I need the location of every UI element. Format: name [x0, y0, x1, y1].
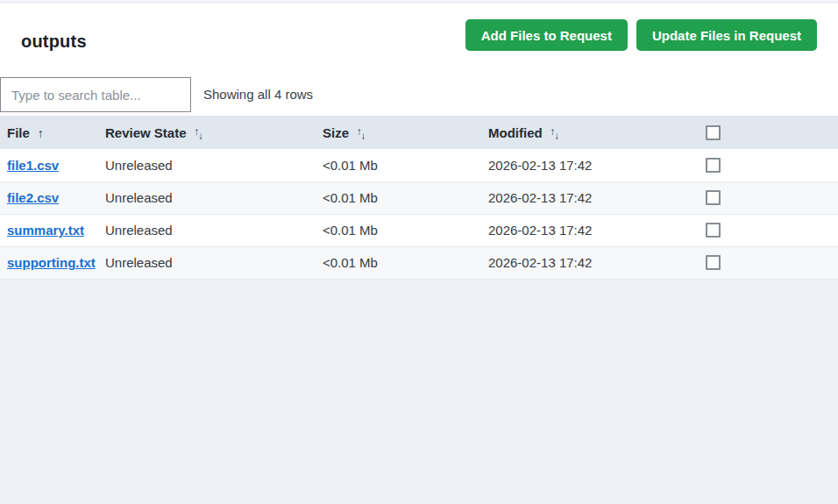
- modified-cell: 2026-02-13 17:42: [481, 246, 699, 279]
- column-header-review-state-label: Review State: [105, 125, 187, 140]
- table-row: summary.txt Unreleased <0.01 Mb 2026-02-…: [0, 214, 838, 246]
- modified-cell: 2026-02-13 17:42: [481, 149, 699, 181]
- sort-updown-icon: ↑↓: [550, 130, 560, 140]
- row-checkbox[interactable]: [706, 255, 721, 270]
- row-checkbox[interactable]: [706, 158, 721, 173]
- file-link[interactable]: summary.txt: [7, 223, 84, 238]
- row-checkbox[interactable]: [706, 190, 721, 205]
- column-header-size[interactable]: Size↑↓: [316, 116, 481, 149]
- review-state-cell: Unreleased: [98, 181, 316, 214]
- size-cell: <0.01 Mb: [316, 181, 481, 214]
- column-header-modified[interactable]: Modified↑↓: [481, 116, 699, 149]
- rows-summary: Showing all 4 rows: [203, 87, 313, 102]
- table-row: supporting.txt Unreleased <0.01 Mb 2026-…: [0, 246, 838, 279]
- column-header-select: [699, 116, 838, 149]
- toolbar: Add Files to Request Update Files in Req…: [465, 19, 817, 51]
- column-header-size-label: Size: [323, 125, 349, 140]
- sort-ascending-icon: ↑: [38, 126, 44, 140]
- modified-cell: 2026-02-13 17:42: [481, 181, 699, 214]
- column-header-review-state[interactable]: Review State↑↓: [98, 116, 316, 149]
- files-table: File↑ Review State↑↓ Size↑↓ Modified↑↓ f…: [0, 116, 838, 280]
- size-cell: <0.01 Mb: [316, 149, 481, 181]
- add-files-button[interactable]: Add Files to Request: [465, 19, 628, 51]
- page-title: outputs: [21, 32, 87, 52]
- file-link[interactable]: file1.csv: [7, 158, 59, 173]
- file-link[interactable]: supporting.txt: [7, 255, 96, 270]
- table-row: file2.csv Unreleased <0.01 Mb 2026-02-13…: [0, 181, 838, 214]
- size-cell: <0.01 Mb: [316, 214, 481, 246]
- table-row: file1.csv Unreleased <0.01 Mb 2026-02-13…: [0, 149, 838, 181]
- table-header-row: File↑ Review State↑↓ Size↑↓ Modified↑↓: [0, 116, 838, 149]
- sort-updown-icon: ↑↓: [357, 130, 366, 140]
- header-zone: outputs Add Files to Request Update File…: [0, 4, 838, 77]
- select-all-checkbox[interactable]: [706, 125, 721, 140]
- column-header-modified-label: Modified: [488, 125, 543, 140]
- column-header-file-label: File: [7, 125, 30, 140]
- row-checkbox[interactable]: [706, 223, 721, 238]
- search-input[interactable]: [0, 77, 191, 112]
- review-state-cell: Unreleased: [98, 246, 316, 279]
- review-state-cell: Unreleased: [98, 149, 316, 181]
- content-card: outputs Add Files to Request Update File…: [0, 4, 838, 280]
- search-row: Showing all 4 rows: [0, 77, 838, 116]
- size-cell: <0.01 Mb: [316, 246, 481, 279]
- file-link[interactable]: file2.csv: [7, 190, 59, 205]
- review-state-cell: Unreleased: [98, 214, 316, 246]
- column-header-file[interactable]: File↑: [0, 116, 98, 149]
- sort-updown-icon: ↑↓: [195, 130, 204, 140]
- top-strip: [0, 0, 838, 3]
- modified-cell: 2026-02-13 17:42: [481, 214, 699, 246]
- update-files-button[interactable]: Update Files in Request: [636, 19, 817, 51]
